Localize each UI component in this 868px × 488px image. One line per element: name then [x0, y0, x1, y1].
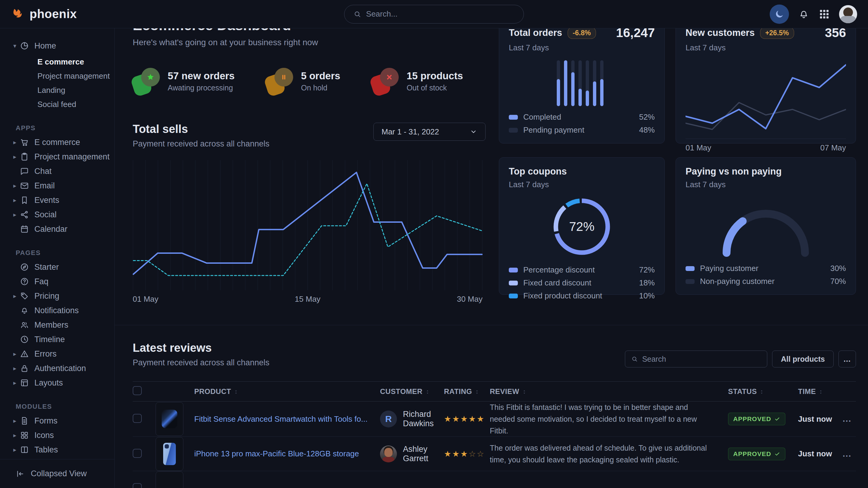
sidebar-item-notifications[interactable]: Notifications — [0, 303, 114, 318]
total-sells-x-labels: 01 May 15 May 30 May — [133, 294, 483, 304]
column-header-product[interactable]: PRODUCT — [194, 382, 380, 401]
brand-logo[interactable]: phoenix — [11, 7, 77, 21]
column-header-review[interactable]: REVIEW — [490, 382, 728, 401]
total-orders-card: Total orders -6.8% 16,247 Last 7 days Co… — [499, 17, 665, 143]
reviews-title: Latest reviews — [133, 341, 269, 355]
product-link[interactable]: iPhone 13 pro max-Pacific Blue-128GB sto… — [194, 449, 368, 458]
row-checkbox[interactable] — [133, 414, 142, 423]
apps-grid-icon[interactable] — [818, 8, 830, 20]
sidebar-item-authentication[interactable]: ▸Authentication — [0, 361, 114, 376]
sidebar-item-icons[interactable]: ▸Icons — [0, 428, 114, 443]
page-subtitle: Here's what's going on at your business … — [133, 38, 486, 47]
legend-row: Fixed product discount 10% — [509, 291, 655, 300]
sidebar-item-e-commerce[interactable]: ▸E commerce — [0, 135, 114, 150]
sidebar-item-timeline[interactable]: Timeline — [0, 332, 114, 347]
row-checkbox[interactable] — [133, 483, 142, 488]
reviews-search-input[interactable] — [642, 355, 761, 363]
column-header-rating[interactable]: RATING — [444, 382, 490, 401]
x-label: 15 May — [294, 294, 320, 304]
sidebar-item-tables[interactable]: ▸Tables — [0, 443, 114, 457]
product-thumbnail[interactable] — [156, 402, 183, 436]
sidebar-item-pricing[interactable]: ▸Pricing — [0, 289, 114, 303]
column-header-status[interactable]: STATUS — [728, 382, 798, 401]
sidebar-item-label: Email — [34, 181, 55, 191]
select-all-checkbox[interactable] — [133, 386, 142, 395]
rating-stars: ★★★☆☆ — [444, 449, 485, 458]
brand-name: phoenix — [30, 7, 77, 21]
top-coupons-donut-chart: 72% — [551, 196, 613, 257]
product-link[interactable]: Fitbit Sense Advanced Smartwatch with To… — [194, 415, 377, 424]
top-coupons-card: Top coupons Last 7 days 72% Percentage d… — [499, 157, 665, 295]
theme-toggle-button[interactable] — [770, 4, 789, 24]
product-thumbnail[interactable] — [156, 471, 183, 488]
new-customers-card: New customers +26.5% 356 Last 7 days 01 … — [676, 17, 856, 143]
new-customers-line-chart — [685, 60, 846, 134]
row-menu-button[interactable]: ... — [843, 414, 851, 423]
row-checkbox[interactable] — [133, 449, 142, 458]
product-thumbnail[interactable] — [156, 437, 183, 471]
sidebar-item-starter[interactable]: Starter — [0, 260, 114, 274]
review-text: This Fitbit is fantastic! I was trying t… — [490, 401, 728, 436]
date-range-value: Mar 1 - 31, 2022 — [381, 127, 439, 136]
table-row: Fitbit Sense Advanced Smartwatch with To… — [133, 401, 856, 437]
bell-icon[interactable] — [798, 8, 809, 20]
stat-art — [133, 67, 160, 95]
global-search[interactable] — [344, 5, 524, 24]
sidebar-item-layouts[interactable]: ▸Layouts — [0, 376, 114, 390]
card-period: Last 7 days — [685, 43, 846, 53]
review-text: The order was delivered ahead of schedul… — [490, 442, 728, 466]
reviews-menu-button[interactable]: ... — [838, 351, 856, 367]
legend-row: Pending payment 48% — [509, 125, 655, 135]
search-input[interactable] — [366, 9, 515, 19]
sidebar-item-label: Notifications — [34, 306, 79, 315]
stat-caption: On hold — [301, 84, 340, 92]
caret-right-icon: ▸ — [13, 350, 20, 357]
sidebar-subitem-project-management[interactable]: Project management — [0, 69, 114, 83]
sidebar-item-email[interactable]: ▸Email — [0, 178, 114, 193]
main-content: Ecommerce Dashboard Here's what's going … — [115, 0, 868, 488]
sidebar-item-components[interactable]: ▸Components — [0, 457, 114, 459]
sidebar-item-label: Authentication — [34, 364, 86, 373]
new-customers-x-labels: 01 May 07 May — [685, 139, 846, 153]
sidebar-item-errors[interactable]: ▸Errors — [0, 347, 114, 361]
collapsed-view-toggle[interactable]: Collapsed View — [0, 459, 114, 488]
sidebar-subitem-social-feed[interactable]: Social feed — [0, 97, 114, 111]
sidebar-item-home[interactable]: ▾ Home — [0, 39, 114, 53]
sidebar-item-label: E commerce — [34, 138, 80, 147]
customer-photo-avatar — [380, 446, 397, 462]
legend-swatch — [509, 294, 518, 298]
sidebar-item-members[interactable]: Members — [0, 318, 114, 332]
sidebar-item-project-management[interactable]: ▸Project management — [0, 150, 114, 164]
date-range-select[interactable]: Mar 1 - 31, 2022 — [373, 123, 486, 141]
sidebar-item-events[interactable]: ▸Events — [0, 193, 114, 207]
sidebar-item-chat[interactable]: Chat — [0, 164, 114, 178]
stat-art — [266, 67, 294, 95]
trend-badge: +26.5% — [760, 27, 794, 39]
collapsed-view-label: Collapsed View — [31, 469, 87, 478]
lock-icon — [20, 364, 29, 373]
sidebar-item-faq[interactable]: Faq — [0, 274, 114, 289]
legend-value: 48% — [639, 125, 655, 135]
user-avatar[interactable] — [839, 5, 857, 23]
sidebar-item-calendar[interactable]: Calendar — [0, 222, 114, 236]
sidebar-subitem-landing[interactable]: Landing — [0, 83, 114, 97]
moon-icon — [774, 9, 784, 19]
reviews-search[interactable] — [625, 351, 767, 367]
column-header-time[interactable]: TIME — [798, 382, 843, 401]
stats-row: 57 new orders Awating processing 5 order… — [133, 67, 486, 95]
envelope-icon — [20, 181, 29, 190]
sidebar-item-social[interactable]: ▸Social — [0, 207, 114, 222]
stat-caption: Out of stock — [407, 84, 463, 92]
caret-right-icon: ▸ — [13, 446, 20, 453]
caret-right-icon: ▸ — [13, 365, 20, 372]
total-sells-title: Total sells — [133, 123, 269, 136]
row-menu-button[interactable]: ... — [843, 449, 851, 458]
sidebar-item-forms[interactable]: ▸Forms — [0, 414, 114, 428]
all-products-button[interactable]: All products — [772, 351, 834, 367]
column-header-customer[interactable]: CUSTOMER — [380, 382, 444, 401]
sidebar-section-label: PAGES — [0, 249, 114, 257]
sidebar-subitem-e-commerce[interactable]: E commerce — [0, 55, 114, 69]
table-icon — [20, 445, 29, 454]
users-icon — [20, 320, 29, 329]
legend-label: Fixed card discount — [523, 278, 591, 288]
